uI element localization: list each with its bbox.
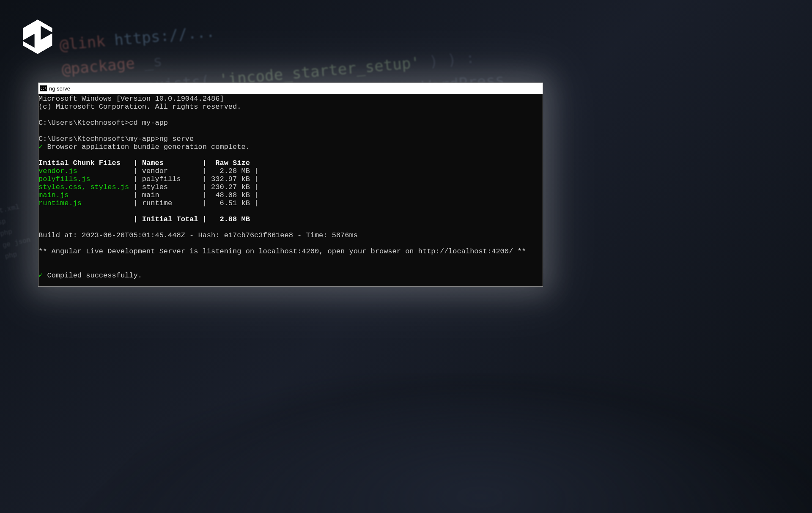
- initial-total-line: | Initial Total | 2.88 MB: [133, 215, 250, 223]
- table-header-files: Initial Chunk Files: [38, 159, 133, 167]
- chunk-info: | runtime | 6.51 kB |: [133, 199, 263, 207]
- check-icon: ✓: [38, 272, 43, 280]
- table-header-rest: | Names | Raw Size: [133, 159, 250, 167]
- svg-marker-0: [23, 20, 52, 54]
- copyright-line: (c) Microsoft Corporation. All rights re…: [38, 103, 241, 111]
- prompt-1: C:\Users\Ktechnosoft>: [38, 119, 129, 127]
- terminal-window: C:\ ng serve Microsoft Windows [Version …: [38, 82, 543, 287]
- chunk-file: styles.css, styles.js: [38, 183, 133, 191]
- chunk-file: runtime.js: [38, 199, 133, 207]
- chunk-file: polyfills.js: [38, 175, 133, 183]
- check-icon: ✓: [38, 143, 43, 151]
- compiled-success-msg: Compiled successfully.: [43, 272, 142, 280]
- bundle-complete-msg: Browser application bundle generation co…: [43, 143, 250, 151]
- terminal-body[interactable]: Microsoft Windows [Version 10.0.19044.24…: [38, 94, 543, 286]
- chunk-info: | styles | 230.27 kB |: [133, 183, 263, 191]
- build-info-line: Build at: 2023-06-26T05:01:45.448Z - Has…: [38, 231, 358, 239]
- chunk-file: main.js: [38, 191, 133, 199]
- chunk-file: vendor.js: [38, 167, 133, 175]
- prompt-2: C:\Users\Ktechnosoft\my-app>: [38, 135, 159, 143]
- chunk-info: | vendor | 2.28 MB |: [133, 167, 263, 175]
- chunk-info: | polyfills | 332.97 kB |: [133, 175, 263, 183]
- command-cd: cd my-app: [129, 119, 168, 127]
- brand-logo-icon: [19, 18, 57, 56]
- dev-server-line: ** Angular Live Development Server is li…: [38, 247, 526, 255]
- chunk-info: | main | 48.08 kB |: [133, 191, 263, 199]
- os-version-line: Microsoft Windows [Version 10.0.19044.24…: [38, 95, 224, 103]
- command-ng-serve: ng serve: [159, 135, 194, 143]
- window-title: ng serve: [49, 85, 70, 92]
- cmd-icon: C:\: [40, 85, 47, 91]
- terminal-titlebar[interactable]: C:\ ng serve: [38, 83, 543, 94]
